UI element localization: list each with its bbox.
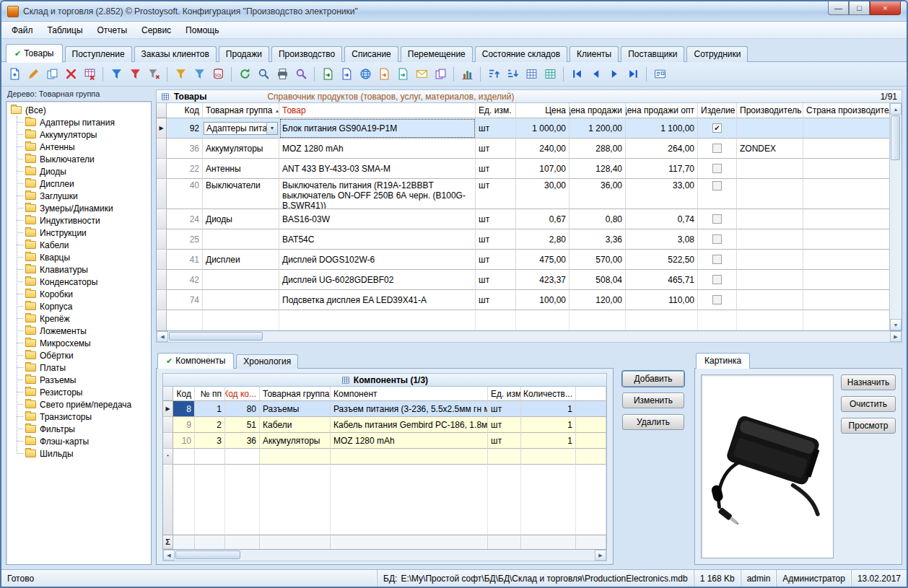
delete-record-icon[interactable]: [62, 66, 79, 83]
item-checkbox[interactable]: [712, 214, 722, 224]
cell-manufacturer[interactable]: [737, 290, 803, 310]
sql-filter-icon[interactable]: [209, 66, 227, 83]
cell-sale_price[interactable]: 3,36: [569, 229, 626, 250]
cell-sale_price_opt[interactable]: 117,70: [626, 159, 698, 179]
tree-item-Резисторы[interactable]: Резисторы: [8, 386, 149, 398]
cell-extra[interactable]: [576, 449, 606, 465]
clear-picture-button[interactable]: Очистить: [841, 396, 896, 412]
item-checkbox[interactable]: [712, 164, 722, 173]
item-checkbox[interactable]: [712, 181, 722, 190]
cell-manufacturer[interactable]: [737, 209, 803, 229]
products-vscroll[interactable]: ▲ ▼: [889, 103, 902, 330]
cell-sale_price[interactable]: 0,80: [569, 209, 626, 229]
refresh-icon[interactable]: [236, 66, 253, 83]
table-row[interactable]: 40ВыключателиВыключатель питания (R19A-1…: [157, 179, 889, 209]
cell-comp_code[interactable]: 36: [225, 433, 260, 449]
cell-product[interactable]: Подсветка дисплея EA LED39X41-A: [279, 290, 476, 310]
card-view-icon[interactable]: [651, 66, 668, 83]
nav-next-icon[interactable]: [606, 66, 623, 83]
cell-code[interactable]: 10: [173, 433, 195, 449]
scroll-up-icon[interactable]: ▲: [890, 103, 902, 115]
item-checkbox[interactable]: [712, 234, 722, 244]
tree-item-Флэш-карты[interactable]: Флэш-карты: [8, 435, 149, 447]
cell-price[interactable]: 0,67: [516, 209, 569, 229]
column-header-code[interactable]: Код: [167, 103, 203, 118]
scroll-track[interactable]: [890, 115, 902, 319]
table-row[interactable]: 9251КабелиКабель питания Gembird PC-186,…: [163, 417, 606, 433]
cell-price[interactable]: 423,37: [516, 270, 569, 290]
tree-item-Свето приём/передача[interactable]: Свето приём/передача: [8, 398, 149, 411]
cell-unit[interactable]: шт: [476, 270, 516, 290]
preview-icon[interactable]: [292, 66, 310, 83]
print-icon[interactable]: [274, 66, 291, 83]
cell-group[interactable]: Аккумуляторы: [203, 139, 279, 159]
cell-component[interactable]: Разъем питания (3-236, 5.5x2.5мм гн мета: [331, 401, 488, 417]
cell-sale_price_opt[interactable]: 1 100,00: [626, 118, 698, 139]
cell-country[interactable]: [803, 179, 889, 209]
tab-Товары[interactable]: ✔Товары: [6, 44, 63, 63]
combo-dropdown-icon[interactable]: ▼: [266, 123, 277, 134]
cell-qty[interactable]: 1: [521, 417, 576, 433]
table-row[interactable]: 36АккумуляторыMOZ 1280 mAhшт240,00288,00…: [157, 139, 889, 159]
cell-unit[interactable]: шт: [476, 209, 516, 229]
cell-code[interactable]: 41: [167, 250, 203, 270]
cell-sale_price_opt[interactable]: 0,74: [626, 209, 698, 229]
edit-component-button[interactable]: Изменить: [622, 392, 684, 408]
cell-group[interactable]: [203, 229, 279, 250]
assign-picture-button[interactable]: Назначить: [841, 374, 896, 390]
cell-sale_price_opt[interactable]: 465,71: [626, 270, 698, 290]
cell-manufacturer[interactable]: [737, 159, 803, 179]
cell-npp[interactable]: 3: [195, 433, 225, 449]
cell-npp[interactable]: 1: [195, 401, 225, 417]
table-row[interactable]: 22АнтенныANT 433 BY-433-03 SMA-Mшт107,00…: [157, 159, 889, 179]
cell-sale_price[interactable]: 36,00: [569, 179, 626, 209]
column-header-unit[interactable]: Ед. изм.: [476, 103, 516, 118]
tree-item-Заглушки[interactable]: Заглушки: [8, 190, 149, 202]
cell-group[interactable]: Дисплеи: [203, 250, 279, 270]
tree-item-Коробки[interactable]: Коробки: [8, 288, 149, 300]
cell-product[interactable]: BAT54C: [279, 229, 476, 250]
tree-item-Кварцы[interactable]: Кварцы: [8, 251, 149, 263]
cell-comp_code[interactable]: 80: [225, 401, 260, 417]
tab-Списание[interactable]: Списание: [344, 46, 398, 62]
cell-code[interactable]: 74: [167, 290, 203, 310]
cell-sale_price[interactable]: 1 200,00: [569, 118, 626, 139]
tab-Поставщики[interactable]: Поставщики: [621, 46, 684, 62]
cell-sale_price_opt[interactable]: 33,00: [626, 179, 698, 209]
cell-group[interactable]: Выключатели: [203, 179, 279, 209]
table-row[interactable]: 41ДисплеиДисплей DOGS102W-6шт475,00570,0…: [157, 250, 889, 270]
cell-price[interactable]: 475,00: [516, 250, 569, 270]
cell-country[interactable]: [803, 139, 889, 159]
column-header-code[interactable]: Код: [173, 387, 195, 401]
cell-product[interactable]: Выключатель питания (R19A-12BBBT выключа…: [279, 179, 476, 209]
export-excel-icon[interactable]: [319, 66, 336, 83]
cell-sale_price[interactable]: 570,00: [569, 250, 626, 270]
find-icon[interactable]: [255, 66, 272, 83]
cell-country[interactable]: [803, 290, 889, 310]
cell-code[interactable]: 36: [167, 139, 203, 159]
delete-filtered-icon[interactable]: [81, 66, 98, 83]
scroll-track[interactable]: [168, 331, 890, 342]
table-row[interactable]: 24ДиодыBAS16-03Wшт0,670,800,74: [157, 209, 889, 229]
cell-izdelie[interactable]: [698, 139, 737, 159]
item-checkbox[interactable]: [712, 144, 722, 153]
column-header-unit[interactable]: Ед. изм.: [488, 387, 521, 401]
cell-extra[interactable]: [576, 417, 606, 433]
cell-price[interactable]: 100,00: [516, 290, 569, 310]
cell-izdelie[interactable]: [698, 250, 737, 270]
tree-item-Корпуса[interactable]: Корпуса: [8, 300, 149, 312]
column-header-qty[interactable]: Количеств...: [521, 387, 576, 401]
cell-sale_price[interactable]: 120,00: [569, 290, 626, 310]
cell-sale_price_opt[interactable]: 264,00: [626, 139, 698, 159]
cell-group[interactable]: Разъемы: [260, 401, 331, 417]
scroll-left-icon[interactable]: ◀: [163, 550, 175, 561]
column-header-sale_price_opt[interactable]: Цена продажи опт: [626, 103, 698, 118]
components-hscroll[interactable]: ◀ ▶: [162, 550, 607, 561]
tree-root[interactable]: (Все): [8, 104, 149, 116]
cell-npp[interactable]: [195, 449, 225, 465]
cell-manufacturer[interactable]: [737, 118, 803, 139]
cell-product[interactable]: Блок питания GS90A19-P1M: [279, 118, 476, 139]
title-bar[interactable]: Склад и торговля (2.852) © Prostoysoft. …: [1, 1, 907, 22]
cell-product[interactable]: MOZ 1280 mAh: [279, 139, 476, 159]
column-header-price[interactable]: Цена: [516, 103, 569, 118]
